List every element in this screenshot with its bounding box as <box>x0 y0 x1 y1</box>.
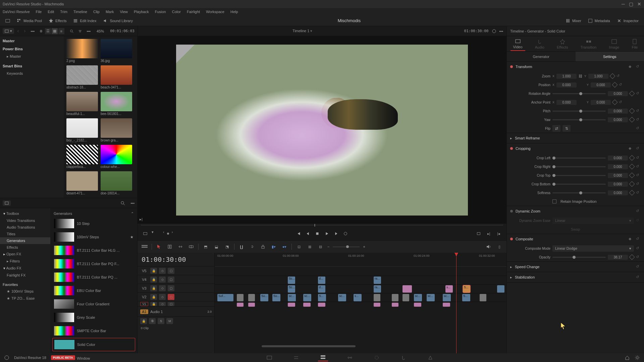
track-lane-v1[interactable] <box>215 302 506 307</box>
favorite-item[interactable]: ★ 100mV Steps <box>0 288 50 295</box>
dynamic-zoom-section[interactable]: Dynamic Zoom↺ <box>507 206 644 216</box>
reset-icon[interactable]: ↺ <box>636 173 641 178</box>
zoom-detail-icon[interactable]: ⊞ <box>306 243 313 250</box>
zoom-fit-icon[interactable]: ⊡ <box>295 243 303 250</box>
options2-icon[interactable]: ••• <box>87 29 91 33</box>
track-header-v5[interactable]: V5🔒◇▢ <box>138 266 214 275</box>
timeline-clip[interactable] <box>237 294 244 301</box>
next-frame-button[interactable] <box>332 230 340 237</box>
media-thumb[interactable]: 36.jpg <box>101 39 132 63</box>
insert-icon[interactable]: ⬒ <box>202 243 209 250</box>
timeline-clip[interactable]: s... <box>445 285 453 293</box>
overwrite-icon[interactable]: ⬓ <box>213 243 220 250</box>
menu-mark[interactable]: Mark <box>106 10 114 14</box>
prev-frame-button[interactable] <box>304 230 312 237</box>
prev-clip-icon[interactable]: |◂ <box>495 230 502 237</box>
media-thumb[interactable]: boy_-_2182... <box>66 118 98 142</box>
transform-section[interactable]: Transform◆↺ <box>507 62 644 72</box>
bin-dropdown[interactable]: ▾ <box>3 28 14 34</box>
zoom-y-input[interactable]: 1.000 <box>588 74 608 79</box>
generator-subtab[interactable]: Generator <box>507 52 576 61</box>
reset-icon[interactable]: ↺ <box>619 100 624 105</box>
sound-library-button[interactable]: Sound Library <box>103 18 133 23</box>
media-thumb[interactable]: 2.png <box>66 39 98 63</box>
inspector-tab-audio[interactable]: Audio <box>532 37 547 51</box>
timeline-view-icon[interactable] <box>141 243 148 250</box>
timeline-name[interactable]: Timeline 1 <box>292 29 309 33</box>
menu-fusion[interactable]: Fusion <box>155 10 166 14</box>
reset-icon[interactable]: ↺ <box>619 82 624 87</box>
generator-solid-color[interactable]: Solid Color <box>52 338 135 351</box>
keyframe-icon[interactable] <box>629 117 635 123</box>
timeline-clip[interactable] <box>497 285 504 293</box>
timeline-clip[interactable]: So... <box>260 294 268 301</box>
power-bins-header[interactable]: Power Bins <box>3 47 61 51</box>
maximize-icon[interactable]: ▢ <box>629 1 633 7</box>
close-icon[interactable]: ✕ <box>637 1 641 7</box>
audio-lane[interactable] <box>215 316 506 324</box>
filters-item[interactable]: ▸ Filters <box>0 258 50 265</box>
menu-trim[interactable]: Trim <box>60 10 67 14</box>
timeline-clip[interactable]: sc... <box>338 294 346 301</box>
media-thumb[interactable]: doe-18014... <box>101 171 132 195</box>
anchor-x-input[interactable]: 0.000 <box>556 100 577 105</box>
crop-left-input[interactable]: 0.000 <box>608 156 628 161</box>
yaw-input[interactable]: 0.000 <box>608 117 628 122</box>
keyframe-icon[interactable] <box>629 181 635 187</box>
forward-icon[interactable] <box>23 29 26 33</box>
thumb-view-icon[interactable]: ▦ <box>52 28 58 34</box>
keyframe-icon[interactable] <box>629 155 635 161</box>
stabilization-section[interactable]: ▸Stabilization↺ <box>507 272 644 282</box>
track-header-v2[interactable]: V2🔒◇▢ <box>138 292 214 301</box>
marker-icon[interactable]: ●▾ <box>281 243 288 250</box>
gear-icon[interactable] <box>635 355 640 360</box>
timeline-clip[interactable]: ra... <box>374 285 381 293</box>
pos-x-input[interactable]: 0.000 <box>556 82 577 87</box>
volume-icon[interactable] <box>485 243 492 250</box>
menu-workspace[interactable]: Workspace <box>206 10 224 14</box>
reset-icon[interactable]: ↺ <box>636 156 641 160</box>
menu-help[interactable]: Help <box>230 10 238 14</box>
mixer-button[interactable]: Mixer <box>566 18 581 23</box>
list-view-icon[interactable]: ≡ <box>58 28 64 34</box>
flip-v-button[interactable]: ⇅ <box>562 125 571 132</box>
timeline-clip[interactable]: S... <box>463 285 470 293</box>
expand-icon[interactable]: ▸| <box>140 217 143 222</box>
crop-top-input[interactable]: 0.000 <box>608 173 628 178</box>
dynamic-trim-tool[interactable] <box>177 243 184 250</box>
track-header-v3[interactable]: V3🔒◇▢ <box>138 284 214 292</box>
track-header-v4[interactable]: V4🔒◇▢ <box>138 275 214 284</box>
timeline-clip[interactable] <box>248 294 255 301</box>
timeline-clip[interactable] <box>288 303 295 307</box>
search-icon[interactable] <box>70 29 73 34</box>
inspector-tab-video[interactable]: Video <box>511 37 525 51</box>
reset-icon[interactable]: ↺ <box>636 117 641 122</box>
menu-davinci-resolve[interactable]: DaVinci Resolve <box>3 10 30 14</box>
timeline-clip[interactable] <box>443 303 450 307</box>
master-bin[interactable]: Master <box>3 39 61 43</box>
effects-button[interactable]: Effects <box>49 18 66 23</box>
timeline-clip[interactable] <box>414 303 421 307</box>
timeline-clip[interactable] <box>392 294 398 301</box>
reset-icon[interactable]: ↺ <box>636 246 641 251</box>
mute-icon[interactable]: ▯ <box>496 243 503 250</box>
toolbox-audio-transitions[interactable]: Audio Transitions <box>0 224 50 231</box>
track-lane-v3[interactable]: Sc...d...ra...s...S... <box>215 284 506 293</box>
rotation-input[interactable]: 0.000 <box>608 91 628 96</box>
play-button[interactable] <box>323 230 330 237</box>
fairlight-page[interactable] <box>398 354 409 361</box>
mute-button[interactable]: M <box>166 318 173 324</box>
timeline-ruler[interactable]: 01:00:00:0001:00:08:0001:00:16:0001:00:2… <box>215 253 506 267</box>
inspector-tab-effects[interactable]: Effects <box>554 37 571 51</box>
pitch-input[interactable]: 0.000 <box>608 109 628 114</box>
toolbox-root[interactable]: ▾ Toolbox <box>0 210 50 217</box>
media-thumb[interactable]: colour-whe... <box>101 145 132 169</box>
swap-button[interactable]: Swap <box>571 227 580 231</box>
zoom-out-icon[interactable]: − <box>327 245 329 249</box>
generator-10-step[interactable]: 10 Step <box>52 217 135 230</box>
inspector-tab-transition[interactable]: Transition <box>578 37 599 51</box>
search-icon[interactable] <box>120 201 125 205</box>
link-icon[interactable] <box>249 243 256 250</box>
timeline-clip[interactable]: Sc... <box>288 285 295 293</box>
timeline-clip[interactable] <box>374 303 380 307</box>
